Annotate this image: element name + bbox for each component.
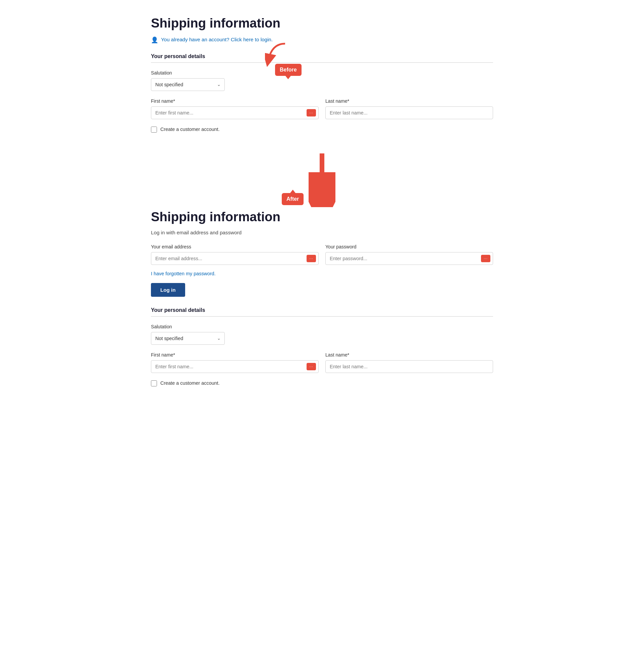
- after-salutation-select[interactable]: Not specified Mr. Mrs. Ms. Dr. Prof.: [151, 332, 225, 345]
- before-annotation-label: Before: [275, 64, 302, 76]
- after-annotation-label: After: [282, 193, 303, 205]
- before-create-account-checkbox[interactable]: [151, 127, 157, 133]
- after-password-input[interactable]: [325, 252, 493, 265]
- after-password-field: Your password ···: [325, 243, 493, 265]
- after-email-input[interactable]: [151, 252, 319, 265]
- after-email-field: Your email address ···: [151, 243, 319, 265]
- before-first-name-label: First name*: [151, 98, 319, 105]
- after-last-name-input[interactable]: [325, 360, 493, 373]
- person-icon: 👤: [151, 36, 158, 44]
- before-create-account-label: Create a customer account.: [160, 126, 220, 133]
- before-first-name-field: First name* ···: [151, 98, 319, 119]
- before-arrow-svg: [265, 40, 292, 67]
- login-button[interactable]: Log in: [151, 283, 185, 297]
- after-divider: [151, 316, 493, 316]
- before-salutation-select-wrapper: Not specified Mr. Mrs. Ms. Dr. Prof. ⌄: [151, 78, 225, 91]
- before-last-name-label: Last name*: [325, 98, 493, 105]
- after-last-name-input-wrapper: [325, 360, 493, 373]
- before-first-name-action-btn[interactable]: ···: [306, 109, 316, 116]
- before-page-title: Shipping information: [151, 14, 493, 33]
- before-last-name-field: Last name*: [325, 98, 493, 119]
- after-first-name-field: First name* ···: [151, 351, 319, 373]
- transition-arrow-svg: [308, 153, 336, 207]
- after-password-input-wrapper: ···: [325, 252, 493, 265]
- after-last-name-label: Last name*: [325, 351, 493, 358]
- forgot-password-link[interactable]: I have forgotten my password.: [151, 270, 216, 278]
- after-login-subtitle: Log in with email address and password: [151, 229, 493, 237]
- login-link[interactable]: You already have an account? Click here …: [161, 36, 273, 44]
- after-email-label: Your email address: [151, 243, 319, 250]
- after-salutation-label: Salutation: [151, 323, 493, 330]
- after-first-name-input[interactable]: [151, 360, 319, 373]
- after-create-account-row: Create a customer account.: [151, 380, 493, 387]
- before-salutation-select[interactable]: Not specified Mr. Mrs. Ms. Dr. Prof.: [151, 78, 225, 91]
- after-password-label: Your password: [325, 243, 493, 250]
- before-salutation-label: Salutation: [151, 69, 493, 76]
- after-personal-details-heading: Your personal details: [151, 306, 493, 314]
- after-password-action-btn[interactable]: ···: [481, 255, 490, 262]
- after-first-name-label: First name*: [151, 351, 319, 358]
- after-first-name-action-btn[interactable]: ···: [306, 363, 316, 370]
- before-create-account-row: Create a customer account.: [151, 126, 493, 133]
- after-first-name-input-wrapper: ···: [151, 360, 319, 373]
- after-page-title: Shipping information: [151, 207, 493, 226]
- before-personal-details-heading: Your personal details: [151, 52, 493, 61]
- after-create-account-label: Create a customer account.: [160, 380, 220, 387]
- transition-arrow-container: After: [151, 153, 493, 207]
- after-email-input-wrapper: ···: [151, 252, 319, 265]
- after-email-action-btn[interactable]: ···: [306, 255, 316, 262]
- before-last-name-input-wrapper: [325, 106, 493, 119]
- after-last-name-field: Last name*: [325, 351, 493, 373]
- after-create-account-checkbox[interactable]: [151, 380, 157, 387]
- before-last-name-input[interactable]: [325, 106, 493, 119]
- after-salutation-select-wrapper: Not specified Mr. Mrs. Ms. Dr. Prof. ⌄: [151, 332, 225, 345]
- before-divider: [151, 62, 493, 63]
- before-first-name-input-wrapper: ···: [151, 106, 319, 119]
- before-first-name-input[interactable]: [151, 106, 319, 119]
